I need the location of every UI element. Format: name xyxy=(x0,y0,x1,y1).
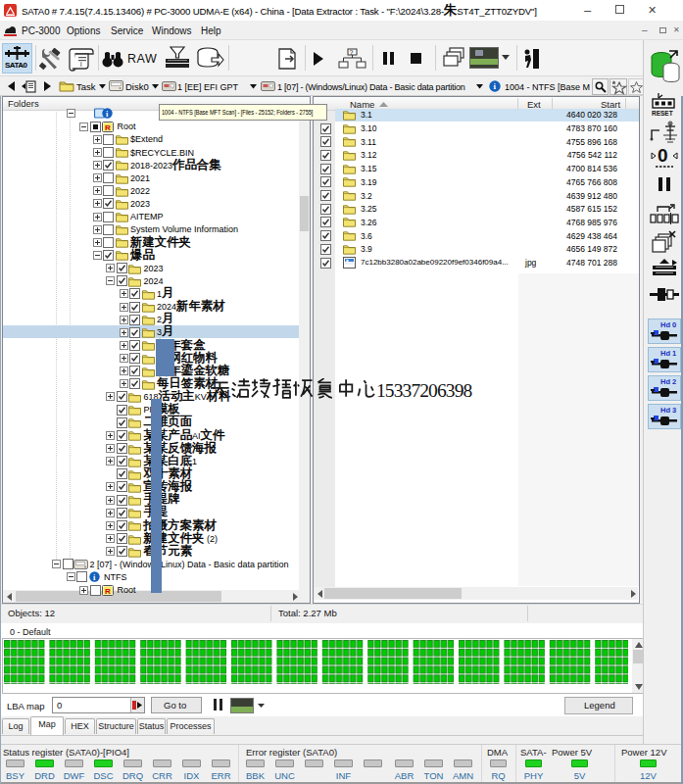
svg-text:R: R xyxy=(105,587,111,596)
svg-text:?: ? xyxy=(350,49,354,56)
svg-text:R: R xyxy=(105,123,111,132)
svg-text:0: 0 xyxy=(658,145,668,166)
svg-text:RESET: RESET xyxy=(652,110,673,117)
